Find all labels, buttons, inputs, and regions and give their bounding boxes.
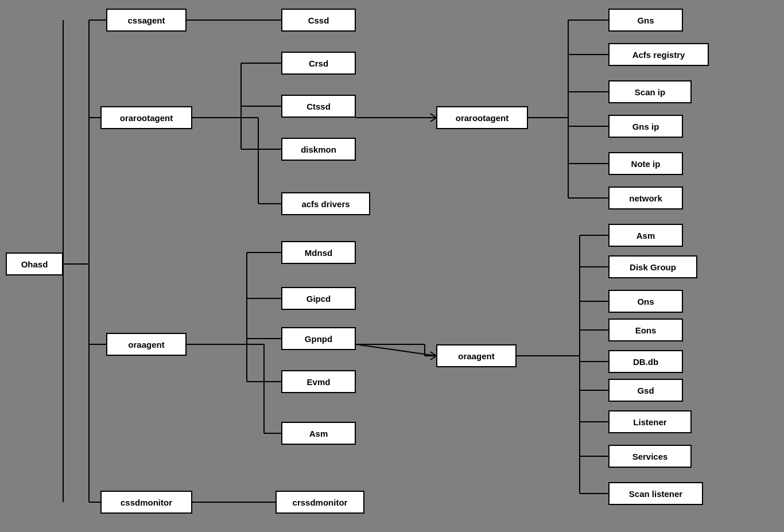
orarootagent-right-label: orarootagent — [456, 113, 509, 123]
svg-line-28 — [356, 344, 436, 356]
gns-ip-label: Gns ip — [632, 122, 659, 131]
db-db-node: DB.db — [608, 350, 683, 373]
disk-group-label: Disk Group — [630, 262, 676, 272]
listener-node: Listener — [608, 410, 692, 433]
gpnpd-label: Gpnpd — [305, 334, 332, 344]
cssd-label: Cssd — [308, 15, 329, 25]
diskmon-label: diskmon — [301, 145, 336, 154]
orarootagent-left-label: orarootagent — [120, 113, 173, 123]
services-node: Services — [608, 445, 692, 468]
asm-left-node: Asm — [281, 422, 356, 445]
note-ip-label: Note ip — [631, 159, 661, 169]
db-db-label: DB.db — [633, 357, 658, 367]
oraagent-left-label: oraagent — [128, 340, 164, 350]
crssdmonitor-label: crssdmonitor — [293, 498, 348, 507]
cssdmonitor-node: cssdmonitor — [100, 491, 192, 514]
gipcd-label: Gipcd — [306, 294, 331, 304]
orarootagent-right-node: orarootagent — [436, 106, 528, 129]
eons-node: Eons — [608, 319, 683, 341]
gsd-node: Gsd — [608, 379, 683, 402]
ons-node: Ons — [608, 290, 683, 313]
scan-ip-label: Scan ip — [635, 87, 665, 97]
eons-label: Eons — [635, 325, 657, 335]
crsd-node: Crsd — [281, 52, 356, 75]
crssdmonitor-node: crssdmonitor — [275, 491, 364, 514]
oraagent-right-node: oraagent — [436, 344, 517, 367]
gns-ip-node: Gns ip — [608, 115, 683, 138]
gipcd-node: Gipcd — [281, 287, 356, 310]
oraagent-right-label: oraagent — [458, 351, 494, 361]
gns-node: Gns — [608, 9, 683, 32]
asm-right-label: Asm — [636, 231, 655, 240]
asm-left-label: Asm — [309, 429, 328, 438]
ohasd-node: Ohasd — [6, 253, 63, 275]
orarootagent-left-node: orarootagent — [100, 106, 192, 129]
cssagent-node: cssagent — [106, 9, 187, 32]
mdnsd-node: Mdnsd — [281, 241, 356, 264]
services-label: Services — [632, 452, 668, 461]
evmd-node: Evmd — [281, 370, 356, 393]
cssdmonitor-label: cssdmonitor — [121, 498, 172, 507]
oraagent-left-node: oraagent — [106, 333, 187, 356]
evmd-label: Evmd — [307, 377, 331, 387]
listener-label: Listener — [633, 417, 666, 427]
network-label: network — [629, 193, 662, 203]
crsd-label: Crsd — [309, 59, 328, 68]
scan-listener-node: Scan listener — [608, 482, 703, 505]
gns-label: Gns — [637, 15, 654, 25]
disk-group-node: Disk Group — [608, 255, 697, 278]
scan-ip-node: Scan ip — [608, 80, 692, 103]
ons-label: Ons — [637, 297, 654, 306]
acfs-drivers-node: acfs drivers — [281, 192, 370, 215]
note-ip-node: Note ip — [608, 152, 683, 175]
gsd-label: Gsd — [637, 386, 654, 395]
mdnsd-label: Mdnsd — [305, 248, 332, 258]
ctssd-node: Ctssd — [281, 95, 356, 118]
network-node: network — [608, 187, 683, 209]
ohasd-label: Ohasd — [21, 259, 48, 269]
asm-right-node: Asm — [608, 224, 683, 247]
acfs-registry-label: Acfs registry — [632, 50, 685, 60]
gpnpd-node: Gpnpd — [281, 327, 356, 350]
acfs-registry-node: Acfs registry — [608, 43, 709, 66]
diskmon-node: diskmon — [281, 138, 356, 161]
cssd-node: Cssd — [281, 9, 356, 32]
scan-listener-label: Scan listener — [629, 489, 682, 499]
cssagent-label: cssagent — [127, 15, 165, 25]
ctssd-label: Ctssd — [306, 102, 331, 111]
acfs-drivers-label: acfs drivers — [301, 199, 350, 209]
